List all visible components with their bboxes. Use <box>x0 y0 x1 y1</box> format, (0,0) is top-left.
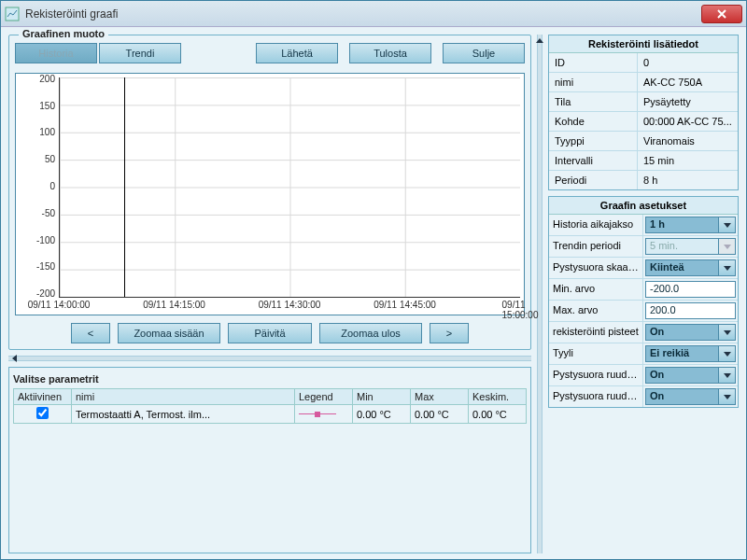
parameters-title: Valitse parametrit <box>13 371 527 388</box>
setting-label: Tyyli <box>549 343 642 364</box>
style-combo[interactable]: Ei reikiä <box>645 345 736 362</box>
app-icon <box>5 7 20 21</box>
horizontal-splitter[interactable] <box>8 356 531 361</box>
y-tick: -200 <box>36 288 55 299</box>
y-tick: -100 <box>36 234 55 245</box>
history-toggle[interactable]: Historia <box>15 43 97 63</box>
y-tick: 100 <box>39 127 55 137</box>
chevron-down-icon[interactable] <box>719 345 736 362</box>
x-tick: 09/11 15:00:00 <box>502 300 539 320</box>
info-key: Kohde <box>549 112 637 131</box>
right-pane: Rekisteröinti lisätiedot ID0 nimiAK-CC 7… <box>548 35 739 553</box>
y-tick: 0 <box>49 181 55 191</box>
close-window-button[interactable] <box>701 5 742 23</box>
x-tick: 09/11 14:00:00 <box>28 300 91 310</box>
info-value: 0 <box>637 53 738 72</box>
graph-settings: Graafin asetukset Historia aikajakso 1 h… <box>548 196 739 408</box>
setting-label: rekisteröinti pisteet <box>549 322 642 343</box>
param-max: 0.00 °C <box>411 405 469 424</box>
max-value-input[interactable]: 200.0 <box>645 302 736 319</box>
chevron-down-icon[interactable] <box>719 388 736 405</box>
info-key: ID <box>549 53 637 72</box>
param-legend <box>295 405 353 424</box>
left-pane: Graafinen muoto Historia Trendi Lähetä T… <box>8 35 531 553</box>
y-axis: 200 150 100 50 0 -50 -100 -150 -200 <box>16 74 59 298</box>
min-value-input[interactable]: -200.0 <box>645 281 736 298</box>
info-value: Viranomais <box>637 132 738 150</box>
prev-button[interactable]: < <box>71 323 110 343</box>
col-legend[interactable]: Legend <box>295 389 353 405</box>
plot-area[interactable] <box>59 77 520 298</box>
next-button[interactable]: > <box>430 323 469 343</box>
settings-title: Graafin asetukset <box>549 197 738 215</box>
col-min[interactable]: Min <box>353 389 411 405</box>
chevron-down-icon <box>719 238 736 255</box>
col-active[interactable]: Aktiivinen <box>14 389 72 405</box>
legend-swatch <box>299 411 336 418</box>
registration-info: Rekisteröinti lisätiedot ID0 nimiAK-CC 7… <box>548 35 739 190</box>
x-tick: 09/11 14:15:00 <box>143 300 205 310</box>
setting-label: Min. arvo <box>549 279 642 300</box>
info-key: Intervalli <box>549 151 637 170</box>
info-value: 8 h <box>637 171 738 189</box>
x-tick: 09/11 14:30:00 <box>259 300 321 310</box>
info-value: AK-CC 750A <box>637 73 738 91</box>
setting-label: Pystysuora skaal... <box>549 258 642 278</box>
graphic-mode-group: Graafinen muoto Historia Trendi Lähetä T… <box>8 35 531 350</box>
y-tick: -150 <box>36 261 55 272</box>
setting-label: Pystysuora ruudu... <box>549 365 642 385</box>
send-button[interactable]: Lähetä <box>256 43 338 63</box>
top-button-row: Historia Trendi Lähetä Tulosta Sulje <box>15 43 525 63</box>
parameters-panel: Valitse parametrit Aktiivinen nimi Legen… <box>8 367 531 553</box>
info-value: 15 min <box>637 151 738 170</box>
content: Graafinen muoto Historia Trendi Lähetä T… <box>1 27 746 560</box>
ygrid2-combo[interactable]: On <box>645 388 736 405</box>
zoom-out-button[interactable]: Zoomaa ulos <box>319 323 422 343</box>
points-combo[interactable]: On <box>645 324 736 341</box>
param-avg: 0.00 °C <box>469 405 527 424</box>
info-key: Tyyppi <box>549 132 637 150</box>
chevron-down-icon[interactable] <box>719 217 736 233</box>
param-name: Termostaatti A, Termost. ilm... <box>72 405 295 424</box>
trend-toggle[interactable]: Trendi <box>99 43 181 63</box>
chevron-down-icon[interactable] <box>719 259 736 276</box>
yscale-combo[interactable]: Kiinteä <box>645 259 736 276</box>
close-button[interactable]: Sulje <box>443 43 525 63</box>
window: Rekisteröinti graafi Graafinen muoto His… <box>0 0 747 560</box>
active-checkbox[interactable] <box>36 407 49 419</box>
ygrid1-combo[interactable]: On <box>645 367 736 384</box>
chevron-down-icon[interactable] <box>719 324 736 341</box>
groupbox-title: Graafinen muoto <box>19 28 108 39</box>
nav-row: < Zoomaa sisään Päivitä Zoomaa ulos > <box>15 323 525 343</box>
x-tick: 09/11 14:45:00 <box>374 300 436 310</box>
param-min: 0.00 °C <box>353 405 411 424</box>
info-title: Rekisteröinti lisätiedot <box>549 35 738 53</box>
chevron-down-icon[interactable] <box>719 367 736 384</box>
info-value: 00:000 AK-CC 75... <box>637 112 738 131</box>
trend-period-combo: 5 min. <box>645 238 736 255</box>
y-tick: 200 <box>39 73 55 83</box>
info-key: Periodi <box>549 171 637 189</box>
col-avg[interactable]: Keskim. <box>469 389 527 405</box>
setting-label: Max. arvo <box>549 301 642 321</box>
col-max[interactable]: Max <box>411 389 469 405</box>
titlebar: Rekisteröinti graafi <box>1 1 746 27</box>
window-title: Rekisteröinti graafi <box>25 7 118 21</box>
x-axis: 09/11 14:00:00 09/11 14:15:00 09/11 14:3… <box>59 300 520 315</box>
col-name[interactable]: nimi <box>72 389 295 405</box>
zoom-in-button[interactable]: Zoomaa sisään <box>118 323 220 343</box>
y-tick: -50 <box>42 207 55 217</box>
chart: 200 150 100 50 0 -50 -100 -150 -200 <box>15 73 525 315</box>
history-period-combo[interactable]: 1 h <box>645 217 736 233</box>
y-tick: 50 <box>45 154 55 164</box>
mode-toggle: Historia Trendi <box>15 43 181 63</box>
info-key: nimi <box>549 73 637 91</box>
parameters-table: Aktiivinen nimi Legend Min Max Keskim. T… <box>13 388 527 424</box>
refresh-button[interactable]: Päivitä <box>228 323 312 343</box>
time-cursor[interactable] <box>124 77 125 297</box>
vertical-splitter[interactable] <box>537 35 543 553</box>
print-button[interactable]: Tulosta <box>349 43 431 63</box>
setting-label: Trendin periodi <box>549 236 642 257</box>
info-key: Tila <box>549 92 637 111</box>
table-row[interactable]: Termostaatti A, Termost. ilm... 0.00 °C … <box>14 405 527 424</box>
